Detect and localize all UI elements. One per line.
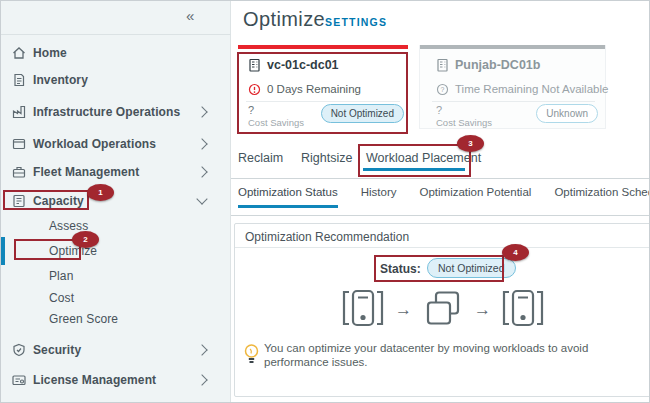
sidebar-item-fleet-management[interactable]: Fleet Management (1, 163, 231, 181)
divider (235, 247, 650, 248)
subtab-optimization-schedule[interactable]: Optimization Schedule (554, 186, 650, 208)
settings-link[interactable]: SETTINGS (325, 16, 387, 28)
sidebar-item-plan[interactable]: Plan (1, 267, 231, 285)
sidebar-item-label: License Management (33, 373, 156, 387)
chevron-right-icon (196, 166, 207, 177)
sidebar-item-label: Assess (49, 219, 88, 233)
sidebar-item-label: Infrastructure Operations (33, 105, 180, 119)
capacity-report-icon (11, 193, 27, 209)
unknown-help-icon: ? (436, 83, 449, 98)
subtab-optimization-status[interactable]: Optimization Status (238, 186, 338, 208)
sidebar-collapse-icon[interactable]: « (186, 7, 194, 24)
optimization-flow-graphic: → → (235, 288, 650, 332)
sidebar-item-optimize[interactable]: Optimize (1, 242, 231, 260)
datacenter-name: Punjab-DC01b (436, 58, 540, 75)
svg-text:?: ? (441, 86, 445, 93)
divider (246, 101, 400, 102)
card-status-bar (420, 45, 605, 49)
datacenter-building-icon (436, 58, 449, 75)
sidebar-item-green-score[interactable]: Green Score (1, 310, 231, 328)
cost-savings-label: Cost Savings (436, 117, 492, 128)
main-content: Optimize SETTINGS vc-01c-dc01 0 Days Rem… (231, 1, 650, 403)
sidebar-item-label: Inventory (33, 73, 88, 87)
sidebar-item-label: Security (33, 343, 81, 357)
time-remaining-status: 0 Days Remaining (248, 83, 361, 98)
datacenter-card-vc-01c-dc01[interactable]: vc-01c-dc01 0 Days Remaining ? Cost Savi… (238, 45, 408, 133)
sidebar-item-label: Cost (49, 291, 74, 305)
page-title: Optimize (243, 8, 325, 31)
datacenter-host-icon (500, 288, 546, 332)
license-card-icon (11, 372, 27, 388)
sidebar-item-license-management[interactable]: License Management (1, 371, 231, 389)
subtab-optimization-potential[interactable]: Optimization Potential (420, 186, 532, 208)
datacenter-card-punjab-dc01b[interactable]: Punjab-DC01b ? Time Remaining Not Availa… (419, 45, 606, 129)
sidebar-item-security[interactable]: Security (1, 341, 231, 359)
panel-title: Optimization Recommendation (245, 230, 409, 244)
status-label: Status: (380, 262, 421, 276)
status-badge: Not Optimized (427, 258, 516, 278)
window-icon (11, 136, 27, 152)
sidebar-item-label: Workload Operations (33, 137, 156, 151)
sidebar-item-label: Home (33, 46, 67, 60)
cost-savings-value: ? (436, 104, 442, 116)
tab-reclaim[interactable]: Reclaim (238, 151, 283, 165)
subtab-history[interactable]: History (361, 186, 397, 208)
datacenter-name: vc-01c-dc01 (248, 58, 339, 75)
arrow-right-icon: → (474, 300, 491, 320)
tip-text: You can optimize your datacenter by movi… (264, 341, 614, 369)
sidebar-item-label: Fleet Management (33, 165, 139, 179)
subtab-bar: Optimization Status History Optimization… (238, 186, 650, 208)
optimization-recommendation-panel: Optimization Recommendation Status: Not … (234, 223, 650, 397)
chevron-right-icon (196, 344, 207, 355)
sidebar-item-label: Plan (49, 269, 73, 283)
briefcase-icon (11, 164, 27, 180)
annotation-step-3: 3 (457, 135, 484, 152)
vrops-optimize-screen: « Home Inventory Infrastructure Operatio… (0, 0, 650, 403)
status-badge: Unknown (536, 104, 598, 123)
sidebar-item-home[interactable]: Home (1, 44, 231, 62)
active-tab-underline (363, 168, 465, 171)
inventory-icon (11, 72, 27, 88)
card-status-bar (238, 45, 408, 49)
chevron-right-icon (196, 138, 207, 149)
factory-icon (11, 104, 27, 120)
sidebar-item-cost[interactable]: Cost (1, 289, 231, 307)
cost-savings-label: Cost Savings (248, 117, 304, 128)
sidebar-item-capacity[interactable]: Capacity (1, 192, 231, 210)
divider (432, 101, 595, 102)
datacenter-building-icon (248, 58, 261, 75)
time-remaining-status: ? Time Remaining Not Available (436, 83, 608, 98)
status-badge: Not Optimized (321, 104, 404, 123)
sidebar-item-inventory[interactable]: Inventory (1, 71, 231, 89)
sidebar-item-infrastructure-operations[interactable]: Infrastructure Operations (1, 103, 231, 121)
tab-rightsize[interactable]: Rightsize (301, 151, 352, 165)
divider (231, 215, 650, 216)
sidebar-item-workload-operations[interactable]: Workload Operations (1, 135, 231, 153)
move-workloads-icon (421, 289, 465, 331)
lightbulb-icon (243, 343, 260, 369)
divider (231, 178, 650, 179)
divider (1, 34, 231, 35)
sidebar: « Home Inventory Infrastructure Operatio… (1, 1, 231, 403)
cost-savings-value: ? (248, 104, 254, 116)
home-icon (11, 45, 27, 61)
chevron-down-icon (196, 193, 207, 204)
chevron-right-icon (196, 106, 207, 117)
arrow-right-icon: → (395, 300, 412, 320)
tab-workload-placement[interactable]: Workload Placement (366, 151, 481, 165)
sidebar-item-label: Optimize (49, 244, 97, 258)
datacenter-host-icon (340, 288, 386, 332)
chevron-right-icon (196, 374, 207, 385)
sidebar-item-label: Capacity (33, 194, 84, 208)
sidebar-item-label: Green Score (49, 312, 118, 326)
sidebar-item-assess[interactable]: Assess (1, 217, 231, 235)
shield-icon (11, 342, 27, 358)
critical-alert-icon (248, 83, 261, 98)
